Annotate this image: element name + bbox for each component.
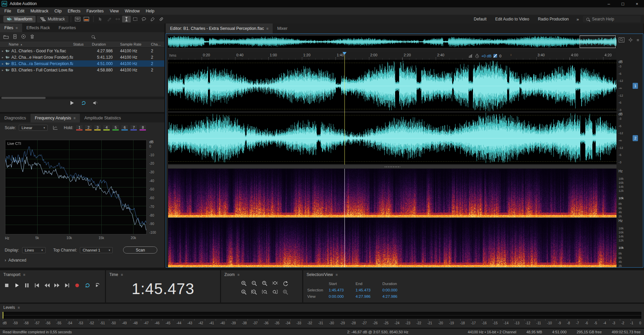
files-column-header[interactable]: Name ▲ Status Duration Sample Rate Cha..…: [0, 41, 164, 48]
zoom-reset-button[interactable]: [281, 280, 289, 287]
tab-diagnostics[interactable]: Diagnostics: [0, 114, 31, 122]
panel-menu-icon[interactable]: ≡: [18, 306, 20, 310]
scale-select[interactable]: Linear▾: [19, 125, 48, 131]
hold-button[interactable]: 6: [121, 125, 128, 130]
file-row[interactable]: ▸ A1. Charles - Good For Ya.flac 4:27.98…: [0, 48, 164, 54]
menu-item[interactable]: Edit: [14, 8, 28, 14]
menu-item[interactable]: Multitrack: [28, 8, 51, 14]
end-value[interactable]: 4:27.986: [356, 294, 382, 298]
preview-play-button[interactable]: [70, 101, 74, 105]
tab-amplitude-statistics[interactable]: Amplitude Statistics: [80, 114, 125, 122]
duration-value[interactable]: 4:27.986: [382, 294, 409, 298]
waveform-view-button[interactable]: Waveform: [3, 16, 36, 22]
minimize-button[interactable]: –: [602, 0, 616, 7]
waveform-channel-2-canvas[interactable]: [168, 112, 616, 164]
frequency-plot[interactable]: Live CTI: [5, 140, 147, 234]
hud-knob-icon[interactable]: [493, 54, 497, 58]
razor-tool[interactable]: [105, 16, 113, 22]
panel-menu-icon[interactable]: ≡: [15, 26, 17, 30]
menu-item[interactable]: View: [107, 8, 122, 14]
start-value[interactable]: 1:45.473: [329, 288, 356, 292]
extract-audio-icon[interactable]: [21, 34, 26, 39]
end-value[interactable]: 1:45.473: [356, 288, 382, 292]
panel-menu-icon[interactable]: ≡: [237, 273, 239, 277]
duration-value[interactable]: 0:00.000: [382, 288, 409, 292]
open-file-icon[interactable]: [3, 35, 9, 39]
playhead-marker[interactable]: [342, 52, 346, 55]
scan-button[interactable]: Scan: [123, 246, 157, 254]
timeline-ruler[interactable]: hms 0:200:401:001:201:402:002:202:403:00…: [168, 52, 616, 60]
skip-selection-button[interactable]: [93, 282, 101, 289]
lasso-selection-tool[interactable]: [140, 16, 148, 22]
editor-settings-icon[interactable]: [628, 37, 633, 43]
spot-healing-brush-tool[interactable]: [157, 16, 166, 22]
trash-icon[interactable]: [30, 34, 35, 39]
panel-menu-icon[interactable]: ≡: [336, 273, 338, 277]
column-sample-rate[interactable]: Sample Rate: [117, 42, 148, 46]
display-select[interactable]: Lines▾: [22, 247, 46, 253]
files-hscrollbar[interactable]: [0, 97, 164, 99]
zoom-in-time-button[interactable]: [240, 280, 248, 287]
slip-tool[interactable]: [113, 16, 122, 22]
close-button[interactable]: ×: [630, 0, 644, 7]
file-row[interactable]: ▸ B1. Cha...ra Sensual Perception.flac 4…: [0, 60, 164, 67]
volume-hud[interactable]: +0 dB 0: [467, 52, 511, 60]
zoom-to-selection-button[interactable]: [271, 280, 279, 287]
expander-icon[interactable]: ▸: [0, 49, 5, 53]
time-selection-tool[interactable]: [122, 16, 131, 22]
menu-item[interactable]: Window: [122, 8, 143, 14]
column-channels[interactable]: Cha...: [148, 42, 164, 46]
level-meters[interactable]: [3, 312, 641, 319]
paintbrush-selection-tool[interactable]: [148, 16, 157, 22]
zoom-out-amplitude-button[interactable]: [240, 288, 248, 296]
hold-button[interactable]: 5: [112, 125, 119, 130]
zoom-in-at-out-point-button[interactable]: [271, 288, 279, 296]
overview-waveform-canvas[interactable]: [168, 36, 616, 48]
zoom-full-button[interactable]: [281, 288, 289, 296]
advanced-section-toggle[interactable]: › Advanced: [5, 258, 26, 263]
import-file-icon[interactable]: [13, 34, 17, 39]
hold-button[interactable]: 4: [103, 125, 110, 130]
play-button[interactable]: [13, 282, 21, 289]
top-channel-select[interactable]: Channel 1▾: [80, 247, 113, 253]
zoom-in-at-in-point-button[interactable]: [261, 288, 269, 296]
waveform-display-toggle[interactable]: [73, 16, 82, 22]
hold-button[interactable]: 2: [85, 125, 92, 130]
column-status[interactable]: Status: [73, 42, 91, 46]
tab-effects-rack[interactable]: Effects Rack: [22, 23, 54, 32]
menu-item[interactable]: File: [1, 8, 14, 14]
panel-menu-icon[interactable]: ≡: [23, 273, 25, 277]
waveform-channel-1-canvas[interactable]: [168, 60, 616, 112]
expander-icon[interactable]: ▸: [0, 56, 5, 59]
frequency-plot-canvas[interactable]: [5, 140, 146, 234]
multitrack-view-button[interactable]: Multitrack: [37, 16, 68, 22]
tab-favorites[interactable]: Favorites: [54, 23, 80, 32]
zoom-navigate-icon[interactable]: [619, 37, 625, 43]
help-search-field[interactable]: Search Help: [583, 16, 641, 22]
wave-spectral-splitter[interactable]: [168, 165, 616, 169]
tab-frequency-analysis[interactable]: Frequency Analysis ≡: [31, 114, 80, 122]
menu-item[interactable]: Clip: [51, 8, 65, 14]
expander-icon[interactable]: ▸: [0, 62, 5, 65]
menu-item[interactable]: Favorites: [84, 8, 107, 14]
record-button[interactable]: [73, 282, 81, 289]
spectral-display-toggle[interactable]: [82, 16, 91, 22]
expander-icon[interactable]: ▸: [0, 68, 5, 72]
zoom-in-amplitude-button[interactable]: [261, 280, 269, 287]
rewind-button[interactable]: [43, 282, 51, 289]
column-name[interactable]: Name: [9, 42, 18, 46]
hud-gain-value[interactable]: +0 dB: [481, 54, 491, 58]
preview-loop-button[interactable]: [81, 101, 86, 105]
editor-options-icon[interactable]: ≡: [637, 38, 639, 42]
hold-button[interactable]: 3: [94, 125, 101, 130]
spectral-channel-2-canvas[interactable]: [168, 218, 616, 267]
files-hscrollbar-thumb[interactable]: [1, 97, 46, 99]
menu-item[interactable]: Effects: [65, 8, 84, 14]
overview-navigator[interactable]: [168, 35, 616, 48]
zoom-out-full-button[interactable]: [250, 288, 258, 296]
spectral-channel-1-canvas[interactable]: [168, 169, 616, 217]
start-value[interactable]: 0:00.000: [329, 294, 356, 298]
loop-playback-button[interactable]: [83, 282, 91, 289]
panel-menu-icon[interactable]: ≡: [73, 116, 75, 120]
file-row[interactable]: ▸ A2. Cha...e Heart Grow Fonder).flac 5:…: [0, 54, 164, 60]
